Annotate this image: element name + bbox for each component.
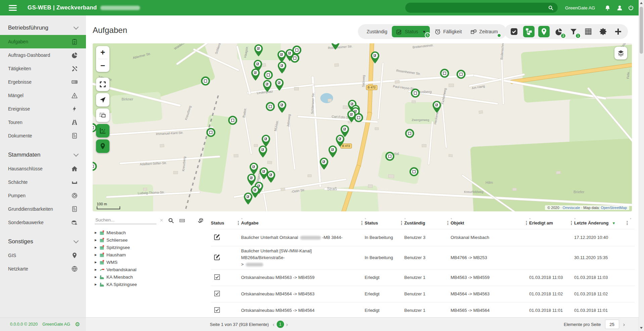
column-menu-kebab-icon[interactable]: ⋮ xyxy=(399,220,404,225)
table-view-button[interactable] xyxy=(583,26,594,37)
sidebar-item-aufgaben[interactable]: Aufgaben xyxy=(0,35,86,48)
settings-button[interactable] xyxy=(598,26,609,37)
user-profile-icon[interactable] xyxy=(616,0,623,15)
expand-arrow-icon[interactable]: ▶ xyxy=(95,246,99,249)
column-header-erledigt-am[interactable]: Erledigt am xyxy=(529,220,569,225)
column-menu-kebab-icon[interactable]: ⋮ xyxy=(236,220,241,225)
current-page-button[interactable]: 1 xyxy=(277,321,284,328)
task-pin-marker[interactable] xyxy=(254,44,263,57)
task-point-marker[interactable] xyxy=(206,128,216,137)
column-menu-kebab-icon[interactable]: ⋮ xyxy=(625,220,630,225)
sidebar-section-stammdaten[interactable]: Stammdaten xyxy=(0,148,86,162)
sidebar-item-schachte[interactable]: Schächte xyxy=(0,175,86,189)
tree-item-ka-miesbach[interactable]: ▶KA Miesbach xyxy=(95,273,208,281)
task-pin-marker[interactable] xyxy=(266,170,276,183)
tree-item-ka-spitzingsee[interactable]: ▶KA Spitzingsee xyxy=(95,281,208,288)
sidebar-item-dokumente[interactable]: Dokumente xyxy=(0,129,86,142)
map-view-button[interactable] xyxy=(538,26,550,37)
task-pin-marker[interactable] xyxy=(331,43,340,50)
prev-page-chevron-icon[interactable]: ‹ xyxy=(273,322,275,327)
hamburger-menu-icon[interactable] xyxy=(9,5,17,11)
task-point-marker[interactable] xyxy=(264,70,273,80)
sidebar-item-mangel[interactable]: Mängel xyxy=(0,89,86,102)
next-page-chevron-icon[interactable]: › xyxy=(286,322,288,327)
pin-toggle-button[interactable] xyxy=(96,139,109,153)
task-point-marker[interactable] xyxy=(93,162,97,171)
task-pin-marker[interactable] xyxy=(328,145,337,158)
sidebar-item-touren[interactable]: Touren xyxy=(0,116,86,129)
column-header-aufgabe[interactable]: Aufgabe xyxy=(241,220,359,225)
filter-falligkeit[interactable]: Fälligkeit xyxy=(430,24,466,39)
tree-item-miesbach[interactable]: ▶Miesbach xyxy=(95,229,208,236)
logout-power-icon[interactable] xyxy=(628,0,634,15)
legend-barcode-icon[interactable] xyxy=(179,217,185,224)
search-icon[interactable] xyxy=(548,5,554,11)
tree-item-hausham[interactable]: ▶Hausham xyxy=(95,251,208,258)
task-point-marker[interactable] xyxy=(93,123,97,132)
map-canvas[interactable]: + − 100 m © 2020 · Omniscale · Map data:… xyxy=(93,43,632,211)
expand-arrow-icon[interactable]: ▶ xyxy=(95,276,99,279)
sidebar-item-grunddienstbarkeiten[interactable]: Grunddienstbarkeiten xyxy=(0,202,86,216)
filter-zeitraum[interactable]: Zeitraum xyxy=(466,24,502,39)
tree-item-wms[interactable]: ▶WMS xyxy=(95,258,208,266)
add-button[interactable] xyxy=(612,26,624,37)
task-point-marker[interactable] xyxy=(228,116,237,125)
task-point-marker[interactable] xyxy=(405,129,414,138)
sidebar-item-ergebnisse[interactable]: Ergebnisse xyxy=(0,75,86,89)
sidebar-item-tatigkeiten[interactable]: Tätigkeiten xyxy=(0,62,86,75)
task-pin-marker[interactable] xyxy=(347,110,356,123)
task-pin-marker[interactable] xyxy=(277,100,287,113)
column-header-status[interactable]: Status xyxy=(365,220,399,225)
expand-arrow-icon[interactable]: ▶ xyxy=(95,253,99,256)
filter-status[interactable]: Status▼5 xyxy=(392,26,430,37)
task-pin-marker[interactable] xyxy=(263,80,272,92)
task-point-marker[interactable] xyxy=(409,167,419,176)
expand-arrow-icon[interactable]: ▶ xyxy=(95,283,99,286)
expand-arrow-icon[interactable]: ▶ xyxy=(95,239,99,242)
task-point-marker[interactable] xyxy=(456,70,466,79)
select-tasks-button[interactable] xyxy=(508,26,520,37)
column-header-letzte-anderung[interactable]: Letzte Änderung▼ xyxy=(574,220,625,225)
expand-arrow-icon[interactable]: ▶ xyxy=(95,231,99,234)
column-menu-kebab-icon[interactable]: ⋮ xyxy=(445,220,451,225)
tree-item-schliersee[interactable]: ▶Schliersee xyxy=(95,236,208,244)
global-search-input[interactable] xyxy=(405,3,558,13)
tree-search-input[interactable]: Suchen... xyxy=(95,217,156,224)
sidebar-section-betriebsfuhrung[interactable]: Betriebsführung xyxy=(0,21,86,35)
table-row[interactable]: Baulicher Unterhalt [SW-/MW-Kanal] MB266… xyxy=(211,246,635,269)
chart-view-button[interactable]: 3 xyxy=(553,26,564,37)
notifications-bell-icon[interactable] xyxy=(604,0,611,15)
clear-search-icon[interactable]: × xyxy=(160,217,163,224)
3d-view-cube-icon[interactable] xyxy=(197,217,204,224)
task-pin-marker[interactable] xyxy=(277,61,287,74)
task-point-marker[interactable] xyxy=(201,76,210,86)
task-pin-marker[interactable] xyxy=(432,100,442,113)
sidebar-item-ereignisse[interactable]: Ereignisse xyxy=(0,102,86,116)
expand-arrow-icon[interactable]: ▶ xyxy=(95,261,99,264)
filter-button[interactable]: 1 xyxy=(568,26,579,37)
sidebar-item-auftrags-dashboard[interactable]: Auftrags-Dashboard xyxy=(0,48,86,62)
table-row[interactable]: Baulicher Unterhalt Ortskanal -MB 3844-I… xyxy=(211,229,635,246)
table-row[interactable]: Ortskanalneubau MB4563 -> MB4559Erledigt… xyxy=(211,269,635,286)
task-pin-marker[interactable] xyxy=(243,192,253,205)
fullscreen-button[interactable] xyxy=(96,78,109,91)
task-pin-marker[interactable] xyxy=(251,68,260,81)
task-pin-marker[interactable] xyxy=(258,145,268,158)
omniscale-link[interactable]: Omniscale xyxy=(563,206,580,210)
sidebar-item-pumpen[interactable]: Pumpen xyxy=(0,189,86,202)
footer-settings-gear-icon[interactable]: ⚙ xyxy=(75,321,80,328)
column-menu-kebab-icon[interactable]: ⋮ xyxy=(359,220,365,225)
column-header-zustandig[interactable]: Zuständig xyxy=(404,220,445,225)
sidebar-item-sonderbauwerke[interactable]: Sonderbauwerke xyxy=(0,216,86,229)
task-pin-marker[interactable] xyxy=(285,49,294,61)
zoom-in-button[interactable]: + xyxy=(96,46,109,59)
task-pin-marker[interactable] xyxy=(370,51,380,64)
scroll-up-arrow-icon[interactable] xyxy=(640,2,643,4)
filter-zustandig[interactable]: Zuständig xyxy=(363,24,391,39)
task-pin-marker[interactable] xyxy=(275,78,284,91)
openstreetmap-link[interactable]: OpenStreetMap xyxy=(601,206,627,210)
select-area-button[interactable] xyxy=(96,109,109,122)
task-point-marker[interactable] xyxy=(385,152,395,161)
vertical-scrollbar[interactable] xyxy=(639,0,644,331)
task-point-marker[interactable] xyxy=(266,102,275,111)
